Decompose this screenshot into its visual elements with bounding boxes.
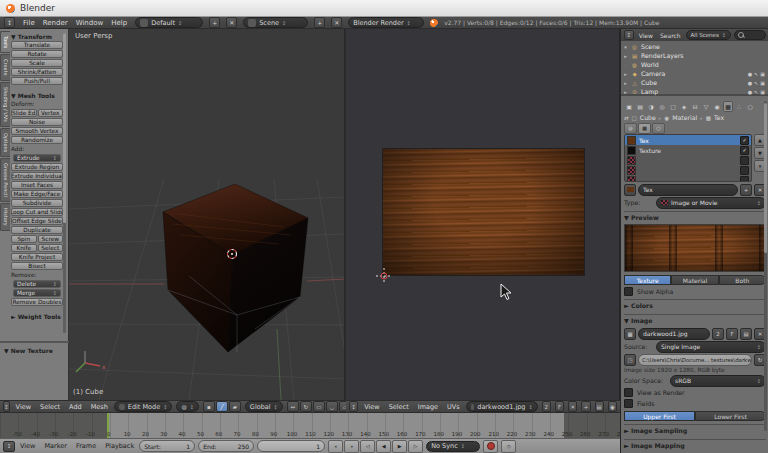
tool-button[interactable]: Loop Cut and Slide [11, 208, 63, 216]
tool-button[interactable]: Remove: [11, 271, 63, 279]
tool-button[interactable]: ► Weight Tools [11, 312, 63, 320]
tool-button[interactable]: Deform: [11, 100, 63, 108]
outliner-row[interactable]: ▾ ◎ Scene ● ↖ ▣ [623, 42, 767, 51]
tool-button[interactable]: Extrude Region [11, 163, 63, 171]
menu-item[interactable]: View [18, 442, 37, 450]
image-name-field[interactable]: darkwood1.jpg [638, 328, 710, 340]
texture-enable-checkbox[interactable] [740, 156, 749, 165]
modifiers-icon[interactable]: ⊟ [690, 101, 700, 112]
world-texture-tab[interactable]: ◎ [624, 123, 637, 134]
editor-type-timeline-icon[interactable]: ↕ [3, 441, 15, 452]
jump-end-icon[interactable]: » [344, 440, 359, 453]
play-reverse-icon[interactable]: ◀ [376, 440, 391, 453]
add-layout-button[interactable]: + [209, 17, 220, 28]
keying-set-icon[interactable]: ◇ [501, 440, 516, 453]
outliner-row[interactable]: ▸ ▤ RenderLayers ● ↖ ▣ [623, 51, 767, 60]
preview-mode-button[interactable]: Material [671, 275, 718, 285]
tool-button[interactable]: Add: [11, 145, 63, 153]
selectable-icon[interactable]: ↖ [754, 71, 758, 77]
image-browse-icon[interactable]: ▦ [624, 328, 636, 340]
tool-shelf-tab[interactable]: History [0, 203, 10, 231]
tool-button[interactable]: Duplicate [11, 226, 63, 234]
editor-type-uv-icon[interactable]: ↕ [349, 401, 358, 412]
transform-orientation-select[interactable]: Global↕ [245, 401, 283, 412]
manipulator-translate-icon[interactable]: ↔ [287, 401, 299, 412]
new-image-icon[interactable]: + [581, 401, 590, 412]
texture-enable-checkbox[interactable]: ✓ [740, 146, 749, 155]
prev-keyframe-icon[interactable]: ◁ [360, 440, 375, 453]
image-source-select[interactable]: Single Image ↕ [656, 341, 766, 353]
texture-slot-row[interactable] [625, 175, 751, 182]
record-button[interactable] [483, 440, 498, 453]
tool-button[interactable]: Merge [13, 289, 61, 297]
image-fake-user-button[interactable]: F [726, 328, 738, 340]
menu-item[interactable]: Add [67, 403, 84, 411]
fake-user-button[interactable]: F [555, 401, 564, 412]
tool-button[interactable]: Screw [38, 235, 64, 243]
tool-button[interactable]: Translate [11, 41, 63, 49]
image-filepath-field[interactable]: C:\Users\Chris\Docume... textures\darkwo… [638, 354, 752, 366]
render-icon[interactable]: ▣ [624, 101, 634, 112]
manipulator-rotate-icon[interactable]: ↻ [300, 401, 312, 412]
viewport-3d[interactable]: x User Persp (1) Cube [69, 29, 346, 400]
sync-mode-select[interactable]: No Sync ↕ [426, 441, 480, 452]
scene-select[interactable]: Scene ↕ [243, 17, 308, 28]
vertex-select-mode-icon[interactable]: ▪ [203, 401, 215, 412]
mode-select[interactable]: Edit Mode ↕ [114, 401, 173, 412]
tool-shelf-tab[interactable]: Create [0, 54, 10, 81]
menu-item[interactable]: View [362, 403, 381, 411]
physics-icon[interactable]: ○ [745, 101, 755, 112]
tool-button[interactable]: Inset Faces [11, 181, 63, 189]
outliner-row[interactable]: · ◍ World ● ↖ ▣ [623, 60, 767, 69]
tool-button[interactable]: Make Edge/Face [11, 190, 63, 198]
preview-mode-button[interactable]: Texture [624, 275, 671, 285]
outliner-search-input[interactable] [734, 30, 766, 40]
outliner[interactable]: ↕ View Search All Scenes ↕ ▾ ◎ Scene ● ↖ [621, 29, 768, 96]
tool-shelf-tab[interactable]: Shading / UVs [0, 82, 10, 127]
viewport-shading-select[interactable]: ◍↕ [176, 401, 198, 412]
context-arrows-icon[interactable]: ⇄ [624, 115, 629, 121]
tool-button[interactable]: Select [38, 244, 64, 252]
tool-button[interactable]: Knife [11, 244, 37, 252]
texture-slot-row[interactable] [625, 165, 751, 175]
menu-item[interactable]: Playback [103, 442, 136, 450]
unlink-image-icon[interactable]: ✕ [568, 401, 577, 412]
timeline[interactable]: -50-40-30-20-100102030405060708090100110… [0, 413, 620, 438]
tool-button[interactable]: Remove Doubles [11, 298, 63, 306]
object-data-icon[interactable]: ▽ [701, 101, 711, 112]
render-engine-select[interactable]: Blender Render ↕ [348, 17, 424, 28]
image-users-button[interactable]: 2 [712, 328, 724, 340]
breadcrumb-object[interactable]: Cube [640, 114, 656, 121]
menu-item[interactable]: Help [109, 19, 129, 27]
fields-checkbox[interactable] [624, 399, 633, 408]
field-order-button[interactable]: Upper First [624, 411, 695, 421]
menu-item[interactable]: Select [387, 403, 411, 411]
preview-mode-button[interactable]: Both [719, 275, 766, 285]
visibility-eye-icon[interactable]: ● [748, 80, 752, 86]
tool-button[interactable]: Noise [11, 118, 63, 126]
manipulator-scale-icon[interactable]: ▭ [313, 401, 325, 412]
screen-layout-select[interactable]: Default ↕ [135, 17, 203, 28]
end-frame-field[interactable]: End: 250 [198, 440, 254, 452]
tool-button[interactable]: Rotate [11, 50, 63, 58]
preview-panel-header[interactable]: ▼ Preview [624, 211, 766, 223]
menu-item[interactable]: Select [38, 403, 62, 411]
image-users-button[interactable]: 2 [542, 401, 551, 412]
play-icon[interactable]: ▶ [392, 440, 407, 453]
tool-button[interactable]: Extrude [13, 154, 61, 162]
material-texture-tab[interactable]: ▩ [638, 123, 651, 134]
tool-button[interactable]: Randomize [11, 136, 63, 144]
renderable-camera-icon[interactable]: ▣ [760, 89, 765, 95]
menu-item[interactable]: Mesh [89, 403, 110, 411]
field-order-button[interactable]: Lower First [695, 411, 766, 421]
menu-item[interactable]: Window [74, 19, 106, 27]
tool-button[interactable]: ▼ Transform [11, 32, 63, 40]
remove-scene-button[interactable]: ✕ [331, 17, 342, 28]
tool-button[interactable]: Bisect [11, 262, 63, 270]
menu-item[interactable]: UVs [445, 403, 462, 411]
colorspace-select[interactable]: sRGB ↕ [670, 375, 766, 387]
colors-panel-header[interactable]: ► Colors [624, 299, 766, 311]
particles-icon[interactable]: ∴ [734, 101, 744, 112]
tool-button[interactable]: Spin [11, 235, 37, 243]
selectable-icon[interactable]: ↖ [754, 89, 758, 95]
